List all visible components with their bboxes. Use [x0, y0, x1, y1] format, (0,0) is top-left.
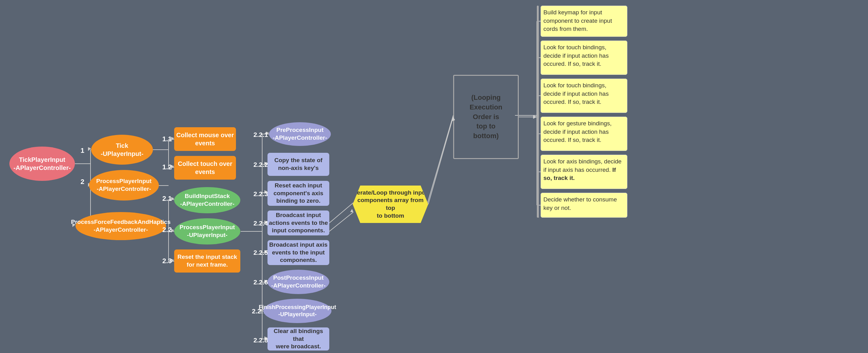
svg-marker-57: [350, 209, 353, 212]
tick-label: Tick -UPlayerInput-: [101, 142, 144, 158]
label-2-2-1: 2.2.1: [253, 131, 268, 138]
pre-process-input-node: PreProcessInput -APlayerController-: [269, 122, 331, 146]
build-input-stack-label: BuildInputStack -APlayerController-: [180, 192, 235, 208]
reset-input-stack-label: Reset the input stack for next frame.: [177, 253, 237, 269]
process-player-input-label: ProcessPlayerInput -APlayerController-: [96, 177, 151, 193]
iterate-loop-node: Iterate/Loop through input components ar…: [353, 185, 428, 223]
clear-bindings-node: Clear all bindings that were broadcast.: [268, 327, 329, 351]
label-2-2-6: 2.2.6: [253, 279, 268, 286]
finish-processing-node: FinishProcessingPlayerInput -UPlayerInpu…: [264, 299, 332, 323]
note-axis-bindings: Look for axis bindings, decide if input …: [540, 155, 627, 189]
label-2-2-4: 2.2.4: [253, 219, 268, 227]
note-gesture-bindings: Look for gesture bindings, decide if inp…: [540, 117, 627, 151]
note-consume-key: Decide whether to consume key or not.: [540, 193, 627, 218]
label-2-2-5: 2.2.5: [253, 249, 268, 256]
finish-processing-label: FinishProcessingPlayerInput -UPlayerInpu…: [259, 304, 336, 318]
copy-state-node: Copy the state of non-axis key's: [268, 153, 329, 176]
tick-node: Tick -UPlayerInput-: [91, 135, 153, 165]
note-touch-bindings-1: Look for touch bindings, decide if input…: [540, 40, 627, 75]
svg-line-52: [428, 117, 453, 204]
label-2-2-3: 2.2.3: [253, 190, 268, 198]
pre-process-input-label: PreProcessInput -APlayerController-: [273, 126, 327, 142]
broadcast-actions-label: Broadcast input actions events to the in…: [269, 211, 328, 235]
tick-player-input-node: TickPlayerInput -APlayerController-: [9, 147, 75, 181]
label-1-2: 1.2: [162, 163, 172, 171]
reset-axis-label: Reset each input component's axis bindin…: [273, 182, 323, 205]
label-2-2: 2.2: [162, 226, 172, 234]
build-input-stack-node: BuildInputStack -APlayerController-: [174, 187, 240, 213]
reset-input-stack-node: Reset the input stack for next frame.: [174, 249, 240, 273]
looping-execution-node: (Looping Execution Order is top to botto…: [453, 75, 519, 159]
post-process-input-node: PostProcessInput -APlayerController-: [268, 270, 329, 294]
svg-line-26: [428, 115, 453, 203]
clear-bindings-label: Clear all bindings that were broadcast.: [268, 327, 329, 351]
collect-mouse-node: Collect mouse over events: [174, 127, 236, 151]
broadcast-axis-node: Broadcast input axis events to the input…: [268, 240, 329, 265]
label-1: 1: [81, 147, 84, 155]
process-player-input-2-node: ProcessPlayerInput -UPlayerInput-: [174, 218, 240, 245]
broadcast-axis-label: Broadcast input axis events to the input…: [269, 241, 328, 264]
process-force-feedback-node: ProcessForceFeedbackAndHaptics -APlayerC…: [75, 212, 166, 240]
note-axis-bindings-label: Look for axis bindings, decide if input …: [544, 157, 624, 182]
process-player-input-node: ProcessPlayerInput -APlayerController-: [89, 170, 159, 201]
svg-marker-55: [533, 115, 537, 119]
collect-mouse-label: Collect mouse over events: [176, 131, 234, 147]
note-touch-bindings-2-label: Look for touch bindings, decide if input…: [544, 81, 624, 106]
diagram: TickPlayerInput -APlayerController- 1 2 …: [0, 0, 868, 353]
broadcast-actions-node: Broadcast input actions events to the in…: [268, 211, 329, 236]
note-touch-bindings-1-label: Look for touch bindings, decide if input…: [544, 43, 624, 68]
label-2-2-8: 2.2.8: [253, 337, 268, 344]
svg-line-56: [329, 212, 353, 232]
tick-player-input-label: TickPlayerInput -APlayerController-: [13, 155, 70, 172]
reset-axis-node: Reset each input component's axis bindin…: [268, 181, 329, 206]
note-touch-bindings-2: Look for touch bindings, decide if input…: [540, 79, 627, 113]
label-2: 2: [81, 178, 84, 186]
bracket-line: [537, 6, 539, 218]
copy-state-label: Copy the state of non-axis key's: [274, 156, 322, 172]
svg-line-25: [329, 203, 353, 223]
looping-execution-label: (Looping Execution Order is top to botto…: [469, 93, 502, 141]
collect-touch-label: Collect touch over events: [178, 160, 232, 176]
post-process-input-label: PostProcessInput -APlayerController-: [271, 274, 326, 289]
iterate-loop-label: Iterate/Loop through input components ar…: [353, 189, 428, 220]
collect-touch-node: Collect touch over events: [174, 156, 236, 180]
process-player-input-2-label: ProcessPlayerInput -UPlayerInput-: [180, 223, 235, 239]
note-build-keymap-label: Build keymap for input component to crea…: [544, 8, 624, 33]
label-1-1: 1.1: [162, 135, 172, 143]
note-build-keymap: Build keymap for input component to crea…: [540, 6, 627, 37]
note-consume-key-label: Decide whether to consume key or not.: [544, 196, 624, 212]
svg-marker-36: [88, 147, 91, 151]
label-2-3: 2.3: [162, 257, 172, 265]
label-2-2-2: 2.2.2: [253, 161, 268, 168]
note-gesture-bindings-label: Look for gesture bindings, decide if inp…: [544, 119, 624, 144]
label-2-1: 2.1: [162, 195, 172, 203]
process-force-feedback-label: ProcessForceFeedbackAndHaptics -APlayerC…: [71, 218, 171, 234]
